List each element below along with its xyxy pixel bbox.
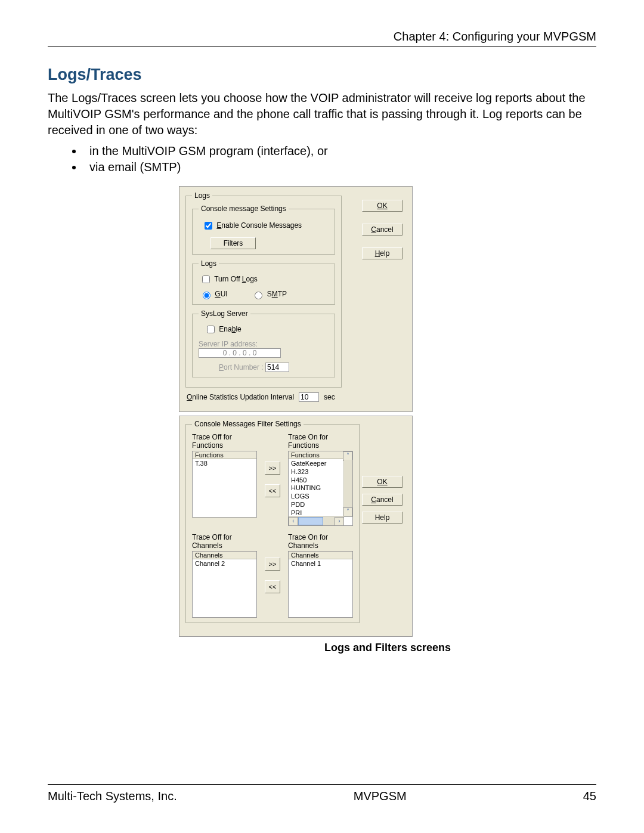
logs-legend: Logs (192, 191, 212, 200)
footer-company: Multi-Tech Systems, Inc. (48, 789, 177, 803)
server-ip-label: Server IP address: (199, 340, 258, 348)
scroll-down-icon[interactable]: ˅ (343, 507, 352, 517)
help-button[interactable]: Help (362, 247, 402, 259)
smtp-radio[interactable] (255, 292, 262, 299)
filters-button[interactable]: Filters (210, 237, 256, 249)
footer-page-number: 45 (583, 789, 596, 803)
move-left-button-2[interactable]: << (265, 580, 280, 593)
trace-off-channels-list[interactable]: Channels Channel 2 (192, 551, 257, 618)
logs-outer-group: Logs Console message Settings Enable Con… (185, 191, 342, 388)
list-item[interactable]: LOGS (291, 493, 343, 501)
move-left-button[interactable]: << (265, 484, 280, 497)
gui-label: GUI (215, 290, 227, 298)
trace-on-channels-list[interactable]: Channels Channel 1 (288, 551, 353, 618)
console-settings-group: Console message Settings Enable Console … (192, 205, 335, 255)
cancel-button[interactable]: Cancel (362, 224, 402, 236)
scroll-thumb[interactable] (298, 517, 323, 525)
logs-inner-legend: Logs (199, 259, 219, 268)
stats-interval-label: Online Statistics Updation Interval (187, 393, 294, 401)
port-number-label: Port Number : (219, 363, 264, 371)
turn-off-logs-checkbox[interactable] (202, 275, 210, 283)
stats-interval-input[interactable] (299, 392, 319, 402)
trace-off-channels-label: Trace Off for Channels (192, 533, 257, 550)
list-header: Channels (289, 552, 352, 559)
trace-on-functions-label: Trace On for Functions (288, 433, 353, 450)
list-header: Functions (193, 451, 256, 459)
footer-product: MVPGSM (354, 789, 407, 803)
chapter-header: Chapter 4: Configuring your MVPGSM (48, 30, 596, 44)
bullet-item-1: in the MultiVOIP GSM program (interface)… (83, 144, 596, 158)
scrollbar-horizontal[interactable]: ‹ › (289, 516, 344, 525)
list-header: Channels (193, 552, 256, 559)
header-rule (48, 46, 596, 47)
turn-off-logs-label: Turn Off Logs (214, 275, 258, 283)
move-right-button-2[interactable]: >> (265, 558, 280, 571)
server-ip-input[interactable]: 0 . 0 . 0 . 0 (199, 348, 281, 358)
filter-settings-group: Console Messages Filter Settings Trace O… (185, 420, 360, 623)
enable-console-label: Enable Console Messages (216, 221, 302, 230)
cancel-button-2[interactable]: Cancel (362, 494, 402, 506)
figure-caption: Logs and Filters screens (179, 642, 596, 654)
ok-button-2[interactable]: OK (362, 476, 402, 488)
move-right-button[interactable]: >> (265, 462, 280, 475)
trace-off-functions-label: Trace Off for Functions (192, 433, 257, 450)
list-item[interactable]: Channel 1 (289, 559, 352, 569)
logs-dialog: OK Cancel Help Logs Console message Sett… (179, 186, 413, 412)
list-item[interactable]: H.323 (291, 468, 343, 476)
port-number-input[interactable] (265, 363, 289, 372)
gui-radio[interactable] (203, 292, 210, 299)
syslog-group: SysLog Server Enable Server IP address: … (192, 309, 335, 377)
scroll-right-icon[interactable]: › (335, 517, 344, 526)
sec-label: sec (324, 393, 335, 401)
filters-dialog: OK Cancel Help Console Messages Filter S… (179, 416, 413, 637)
logs-inner-group: Logs Turn Off Logs GUI SMTP (192, 259, 335, 305)
console-legend: Console message Settings (199, 205, 289, 213)
smtp-label: SMTP (267, 290, 287, 298)
list-item[interactable]: T.38 (193, 459, 256, 469)
filter-settings-legend: Console Messages Filter Settings (192, 420, 304, 428)
trace-on-functions-list[interactable]: ˄ ˅ ‹ › Functions GateKeeper H. (288, 451, 353, 526)
trace-on-channels-label: Trace On for Channels (288, 533, 353, 550)
scroll-left-icon[interactable]: ‹ (289, 517, 298, 526)
intro-paragraph: The Logs/Traces screen lets you choose h… (48, 90, 596, 138)
trace-off-functions-list[interactable]: Functions T.38 (192, 451, 257, 518)
list-item[interactable]: HUNTING (291, 484, 343, 493)
list-item[interactable]: Channel 2 (193, 559, 256, 569)
syslog-enable-checkbox[interactable] (207, 326, 215, 333)
list-item[interactable]: H450 (291, 476, 343, 485)
help-button-2[interactable]: Help (362, 512, 402, 524)
syslog-legend: SysLog Server (199, 309, 250, 318)
syslog-enable-label: Enable (219, 325, 241, 333)
list-item[interactable]: GateKeeper (291, 460, 343, 468)
section-title: Logs/Traces (48, 66, 596, 84)
bullet-item-2: via email (SMTP) (83, 160, 596, 174)
ok-button[interactable]: OK (362, 200, 402, 212)
enable-console-checkbox[interactable] (205, 222, 212, 230)
footer-rule (48, 784, 596, 785)
list-item[interactable]: PDD (291, 501, 343, 509)
